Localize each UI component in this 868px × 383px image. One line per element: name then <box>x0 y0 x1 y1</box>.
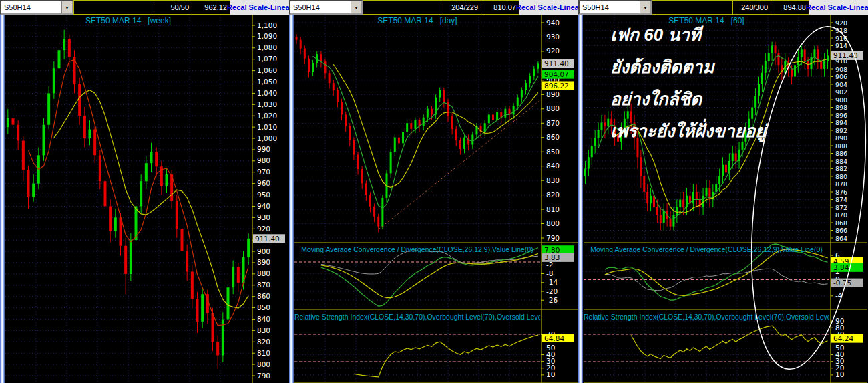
header-spacer <box>363 1 443 14</box>
svg-text:1,100: 1,100 <box>257 21 277 29</box>
svg-text:884: 884 <box>835 158 847 165</box>
svg-text:880: 880 <box>546 104 560 112</box>
header-readout-bar: 240/300 894.88 <box>652 0 809 15</box>
svg-text:810: 810 <box>546 205 560 213</box>
svg-text:914: 914 <box>835 42 847 49</box>
bar-count-readout: 204/229 <box>443 1 481 14</box>
svg-text:1,080: 1,080 <box>257 43 277 51</box>
analyst-annotation: เฟก 60 นาที ยังต้องติดตาม อย่างใกล้ชิด เ… <box>610 19 766 147</box>
header-readout-bar: 204/229 810.07 <box>363 0 519 15</box>
bar-count-readout: 240/300 <box>732 1 771 14</box>
svg-text:920: 920 <box>835 19 847 27</box>
chevron-down-icon[interactable]: ▼ <box>61 1 72 13</box>
timeframe-label: [week] <box>148 16 171 25</box>
svg-text:880: 880 <box>257 269 270 277</box>
svg-text:880: 880 <box>835 173 847 180</box>
svg-text:894: 894 <box>835 119 847 126</box>
svg-text:874: 874 <box>835 196 847 203</box>
recal-scale-button[interactable]: Recal Scale-Linear <box>230 0 289 15</box>
recal-scale-button[interactable]: Recal Scale-Linear <box>809 0 868 15</box>
svg-text:1,030: 1,030 <box>257 100 277 108</box>
svg-text:-8: -8 <box>546 269 553 277</box>
symbol-dropdown[interactable]: S50H14 ▼ <box>289 0 363 15</box>
recal-scale-button[interactable]: Recal Scale-Linear <box>519 0 578 15</box>
svg-text:1,040: 1,040 <box>257 89 277 97</box>
svg-text:904.07: 904.07 <box>544 70 569 78</box>
chart-panel-60min: S50H14 ▼ 240/300 894.88 Recal Scale-Line… <box>578 0 868 383</box>
header-readout-bar: 50/50 962.12 <box>73 0 230 15</box>
svg-text:882: 882 <box>835 165 847 172</box>
chevron-down-icon[interactable]: ▼ <box>351 1 361 13</box>
svg-text:960: 960 <box>257 179 270 187</box>
svg-text:911.40: 911.40 <box>544 59 569 68</box>
svg-text:876: 876 <box>835 188 847 196</box>
svg-text:892: 892 <box>835 127 847 134</box>
svg-text:950: 950 <box>257 190 270 199</box>
symbol-title: SET50 MAR 14 <box>85 16 141 25</box>
svg-text:870: 870 <box>257 281 270 289</box>
price-readout: 810.07 <box>481 1 519 14</box>
annotation-line: เพราะยังให้ฝั่งขายอยู่ <box>610 115 766 147</box>
symbol-dropdown[interactable]: S50H14 ▼ <box>578 0 652 15</box>
svg-text:888: 888 <box>835 142 847 150</box>
symbol-value: S50H14 <box>4 3 31 11</box>
panel-splitter[interactable] <box>289 15 294 383</box>
svg-text:980: 980 <box>257 156 270 164</box>
svg-text:1,070: 1,070 <box>257 55 277 63</box>
svg-text:790: 790 <box>546 234 560 242</box>
chart-panel-week: S50H14 ▼ 50/50 962.12 Recal Scale-Linear… <box>0 0 289 383</box>
svg-text:870: 870 <box>835 211 847 219</box>
svg-text:830: 830 <box>257 326 270 334</box>
svg-text:868: 868 <box>835 219 847 227</box>
svg-text:10: 10 <box>835 370 844 378</box>
candlestick-chart-week[interactable]: 7908008108208308408508608708808909009109… <box>5 15 289 383</box>
svg-text:940: 940 <box>257 202 270 210</box>
svg-text:900: 900 <box>835 96 847 104</box>
svg-text:830: 830 <box>546 176 560 184</box>
svg-text:864: 864 <box>835 235 847 242</box>
svg-text:1,050: 1,050 <box>257 78 277 86</box>
svg-text:902: 902 <box>835 88 847 96</box>
macd-pane-title: Moving Average Convergence / Divergence(… <box>294 245 540 253</box>
macd-pane-title: Moving Average Convergence / Divergence(… <box>584 245 829 253</box>
svg-text:820: 820 <box>257 338 270 346</box>
svg-text:904: 904 <box>835 81 847 88</box>
svg-text:920: 920 <box>546 47 560 55</box>
svg-text:790: 790 <box>257 372 270 380</box>
svg-text:930: 930 <box>257 213 270 221</box>
header-spacer <box>652 1 732 14</box>
chevron-down-icon[interactable]: ▼ <box>640 1 650 13</box>
svg-text:-26: -26 <box>546 296 558 304</box>
price-readout: 962.12 <box>192 1 230 14</box>
panel-splitter[interactable] <box>578 15 583 383</box>
panel-header: S50H14 ▼ 204/229 810.07 Recal Scale-Line… <box>289 0 578 15</box>
symbol-title: SET50 MAR 14 <box>377 16 433 25</box>
svg-text:64.84: 64.84 <box>544 334 564 342</box>
svg-text:890: 890 <box>835 134 847 142</box>
annotation-line: เฟก 60 นาที <box>610 19 766 51</box>
svg-text:870: 870 <box>546 119 560 127</box>
timeframe-label: [day] <box>440 16 457 25</box>
panel-splitter[interactable] <box>0 15 5 383</box>
svg-text:1,090: 1,090 <box>257 32 277 40</box>
svg-text:940: 940 <box>546 19 560 27</box>
svg-text:810: 810 <box>257 349 270 357</box>
svg-text:800: 800 <box>546 219 560 227</box>
chart-panel-day: S50H14 ▼ 204/229 810.07 Recal Scale-Line… <box>289 0 578 383</box>
svg-text:898: 898 <box>835 104 847 111</box>
svg-text:911.40: 911.40 <box>255 235 280 243</box>
svg-text:3.84: 3.84 <box>833 263 849 271</box>
candlestick-chart-day[interactable]: 7908008108208308408508608708808909009109… <box>294 15 578 383</box>
svg-text:-0.75: -0.75 <box>833 279 851 287</box>
symbol-value: S50H14 <box>582 3 609 11</box>
svg-text:850: 850 <box>257 303 270 311</box>
svg-text:1,060: 1,060 <box>257 66 277 74</box>
svg-text:878: 878 <box>835 180 847 188</box>
chart-area-day: 7908008108208308408508608708808909009109… <box>289 15 578 383</box>
symbol-dropdown[interactable]: S50H14 ▼ <box>0 0 73 15</box>
panel-header: S50H14 ▼ 240/300 894.88 Recal Scale-Line… <box>578 0 868 15</box>
svg-text:820: 820 <box>546 190 560 199</box>
panel-header: S50H14 ▼ 50/50 962.12 Recal Scale-Linear <box>0 0 289 15</box>
rsi-pane-title: Relative Strength Index(CLOSE,14,30,70),… <box>584 313 829 321</box>
bar-count-readout: 50/50 <box>154 1 192 14</box>
